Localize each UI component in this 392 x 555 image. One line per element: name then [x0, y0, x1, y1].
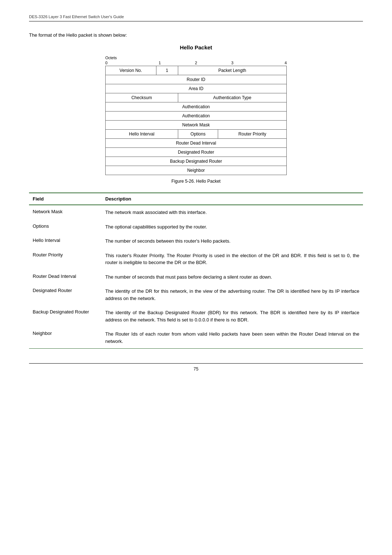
description-cell: The identity of the Backup Designated Ro… [102, 305, 363, 327]
page-footer: 75 [29, 363, 363, 372]
table-row: Area ID [106, 84, 287, 93]
octet-4: 4 [250, 61, 287, 65]
description-table: Field Description Network MaskThe networ… [29, 193, 363, 349]
description-cell: The Router Ids of each router from whom … [102, 327, 363, 349]
table-row: Neighbor [106, 166, 287, 175]
table-row: Network MaskThe network mask associated … [29, 205, 363, 220]
field-cell: Router Priority [29, 248, 102, 270]
table-row: Backup Designated RouterThe identity of … [29, 305, 363, 327]
field-cell: Backup Designated Router [29, 305, 102, 327]
cell-options: Options [178, 130, 218, 139]
table-row: NeighborThe Router Ids of each router fr… [29, 327, 363, 349]
cell-packet-length: Packet Length [178, 66, 286, 75]
cell-1: 1 [156, 66, 178, 75]
cell-auth-1: Authentication [106, 102, 287, 112]
description-cell: The number of seconds that must pass bef… [102, 270, 363, 284]
cell-auth-2: Authentication [106, 112, 287, 121]
table-row: Router ID [106, 75, 287, 84]
description-cell: This router's Router Priority. The Route… [102, 248, 363, 270]
table-row: Version No. 1 Packet Length [106, 66, 287, 75]
table-row: Network Mask [106, 121, 287, 130]
octet-1: 1 [142, 61, 178, 65]
table-row: OptionsThe optional capabilities support… [29, 220, 363, 234]
page-header: DES-3326 Layer 3 Fast Ethernet Switch Us… [29, 15, 363, 21]
table-row: Backup Designated Router [106, 157, 287, 166]
description-cell: The network mask associated with this in… [102, 205, 363, 220]
cell-router-dead-interval: Router Dead Interval [106, 139, 287, 148]
header-text: DES-3326 Layer 3 Fast Ethernet Switch Us… [29, 15, 124, 19]
cell-hello-interval: Hello Interval [106, 130, 178, 139]
field-cell: Designated Router [29, 284, 102, 305]
description-cell: The identity of the DR for this network,… [102, 284, 363, 305]
intro-text: The format of the Hello packet is shown … [29, 32, 363, 38]
packet-table: Version No. 1 Packet Length Router ID Ar… [105, 66, 287, 175]
octets-label: Octets [105, 56, 287, 60]
cell-version-no: Version No. [106, 66, 156, 75]
cell-router-id: Router ID [106, 75, 287, 84]
description-cell: The number of seconds between this route… [102, 234, 363, 248]
table-row: Router Dead Interval [106, 139, 287, 148]
page-number: 75 [193, 366, 198, 372]
cell-auth-type: Authentication Type [178, 93, 286, 102]
cell-area-id: Area ID [106, 84, 287, 93]
field-cell: Neighbor [29, 327, 102, 349]
table-row: Authentication [106, 112, 287, 121]
cell-network-mask: Network Mask [106, 121, 287, 130]
cell-backup-designated-router: Backup Designated Router [106, 157, 287, 166]
cell-neighbor: Neighbor [106, 166, 287, 175]
field-cell: Hello Interval [29, 234, 102, 248]
table-row: Router PriorityThis router's Router Prio… [29, 248, 363, 270]
field-cell: Options [29, 220, 102, 234]
figure-title: Hello Packet [105, 44, 287, 50]
table-row: Designated RouterThe identity of the DR … [29, 284, 363, 305]
octet-3: 3 [214, 61, 250, 65]
field-cell: Router Dead Interval [29, 270, 102, 284]
table-row: Authentication [106, 102, 287, 112]
field-cell: Network Mask [29, 205, 102, 220]
col-description-header: Description [102, 193, 363, 205]
octet-2: 2 [178, 61, 214, 65]
packet-diagram: Hello Packet Octets 0 1 2 3 4 Version No… [105, 44, 287, 175]
octet-0: 0 [105, 61, 142, 65]
figure-caption: Figure 5-26. Hello Packet [29, 179, 363, 184]
page: DES-3326 Layer 3 Fast Ethernet Switch Us… [0, 0, 392, 555]
col-field-header: Field [29, 193, 102, 205]
cell-designated-router: Designated Router [106, 148, 287, 157]
table-row: Router Dead IntervalThe number of second… [29, 270, 363, 284]
octet-numbers: 0 1 2 3 4 [105, 61, 287, 65]
table-row: Checksum Authentication Type [106, 93, 287, 102]
table-row: Hello Interval Options Router Priority [106, 130, 287, 139]
table-row: Hello IntervalThe number of seconds betw… [29, 234, 363, 248]
cell-checksum: Checksum [106, 93, 178, 102]
description-cell: The optional capabilities supported by t… [102, 220, 363, 234]
cell-router-priority: Router Priority [218, 130, 287, 139]
table-row: Designated Router [106, 148, 287, 157]
table-header-row: Field Description [29, 193, 363, 205]
